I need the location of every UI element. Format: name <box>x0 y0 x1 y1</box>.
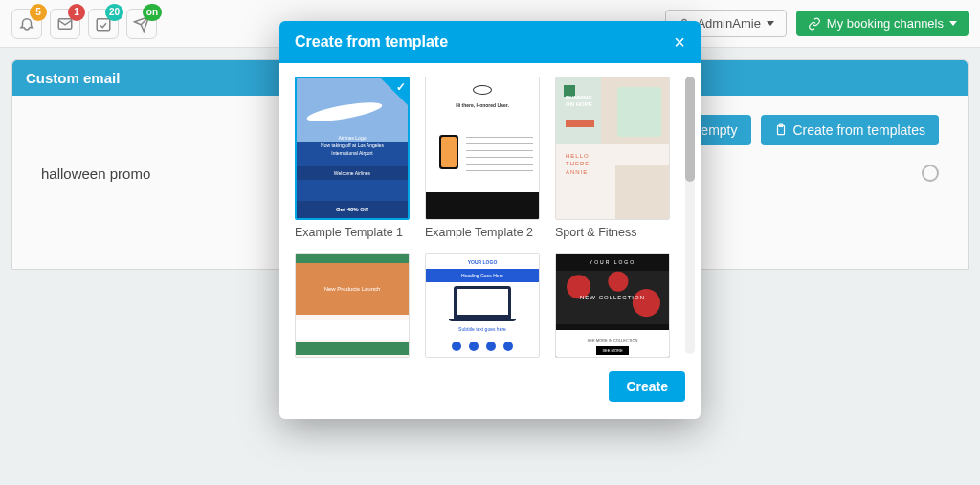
thumb-header: Hi there, Honored User. <box>426 102 539 108</box>
template-label: Sport & Fitness <box>555 226 672 239</box>
image-graphic <box>617 87 661 137</box>
phone-graphic <box>439 135 458 169</box>
logo-graphic <box>473 85 492 95</box>
template-card[interactable]: YOUR LOGO Heading Goes Here Subtitle tex… <box>425 253 542 358</box>
thumb-footer <box>426 192 539 219</box>
template-thumbnail[interactable]: New Products Launch <box>295 253 410 358</box>
thumb-band: Welcome Airlines <box>297 166 408 180</box>
scrollbar-thumb[interactable] <box>685 77 695 182</box>
icon-row <box>426 342 539 351</box>
laptop-graphic <box>454 286 511 320</box>
template-label: Example Template 1 <box>295 226 412 239</box>
thumb-footer: SEE MORE IN COLLECTIONSEE MORE <box>556 330 669 358</box>
thumb-logo: YOUR LOGO <box>426 259 539 265</box>
modal-title: Create from template <box>295 33 448 51</box>
template-card[interactable]: New Products Launch <box>295 253 412 358</box>
template-card[interactable]: Hi there, Honored User. Example Template… <box>425 77 542 239</box>
thumb-brand: YOUR LOGO <box>556 259 669 265</box>
thumb-footer: Get 40% Off <box>297 201 408 218</box>
hero-graphic: New Products Launch <box>296 263 409 315</box>
template-card[interactable]: YOUR LOGO NEW COLLECTION SEE MORE IN COL… <box>555 253 672 358</box>
template-thumbnail[interactable]: YOUR LOGO NEW COLLECTION SEE MORE IN COL… <box>555 253 670 358</box>
thumb-sub: Subtitle text goes here <box>426 326 539 332</box>
template-thumbnail[interactable]: YOUR LOGO Heading Goes Here Subtitle tex… <box>425 253 540 358</box>
close-button[interactable]: × <box>674 33 685 52</box>
template-card[interactable]: Airlines Logo Now taking off at Los Ange… <box>295 77 412 239</box>
content-band <box>296 320 409 340</box>
cta-graphic <box>566 120 594 127</box>
close-icon: × <box>674 32 685 53</box>
thumb-text: Airlines Logo Now taking off at Los Ange… <box>297 134 408 157</box>
modal-body: Airlines Logo Now taking off at Los Ange… <box>279 63 701 358</box>
thumb-heading: Heading Goes Here <box>426 269 539 282</box>
create-button[interactable]: Create <box>609 371 685 402</box>
thumb-heading: RUNNINGON HOPE <box>566 95 592 108</box>
template-grid: Airlines Logo Now taking off at Los Ange… <box>295 77 685 358</box>
top-bar-graphic <box>296 254 409 263</box>
hero-graphic: NEW COLLECTION <box>556 271 669 324</box>
modal-header: Create from template × <box>279 21 701 63</box>
footer-band <box>296 342 409 355</box>
button-label: Create <box>626 379 668 394</box>
template-thumbnail[interactable]: Airlines Logo Now taking off at Los Ange… <box>295 77 410 220</box>
airplane-graphic <box>305 99 383 125</box>
modal-footer: Create <box>279 358 701 419</box>
template-thumbnail[interactable]: Hi there, Honored User. <box>425 77 540 220</box>
create-from-template-modal: Create from template × Airlines Logo Now… <box>279 21 701 419</box>
template-card[interactable]: RUNNINGON HOPE HELLO THERE ANNIE Sport &… <box>555 77 672 239</box>
text-lines-graphic <box>466 137 533 175</box>
template-thumbnail[interactable]: RUNNINGON HOPE HELLO THERE ANNIE <box>555 77 670 220</box>
image-graphic <box>615 165 669 219</box>
laptop-base-graphic <box>449 319 516 321</box>
selected-check-icon <box>381 78 408 105</box>
thumb-sub: HELLO THERE ANNIE <box>566 152 590 176</box>
template-label: Example Template 2 <box>425 226 542 239</box>
